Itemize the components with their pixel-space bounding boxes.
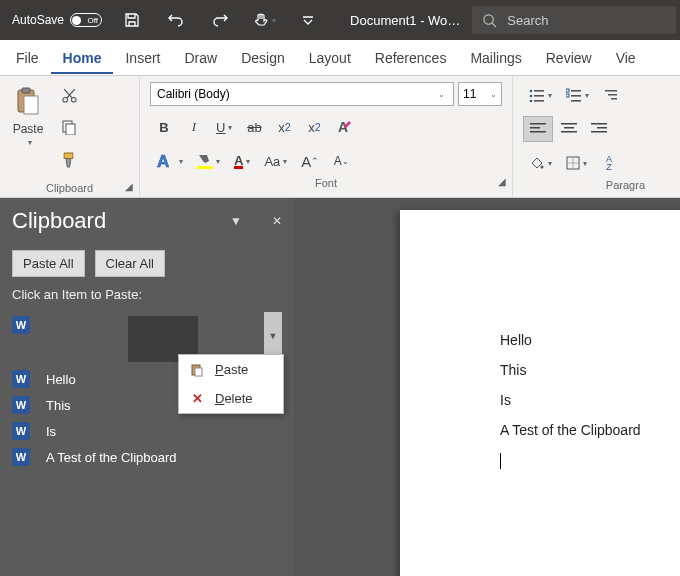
svg-rect-16 — [571, 90, 581, 92]
multilevel-icon — [603, 88, 619, 102]
tab-mailings[interactable]: Mailings — [458, 42, 533, 74]
svg-point-10 — [530, 90, 533, 93]
clipboard-icon — [10, 84, 46, 120]
pane-close-button[interactable]: ✕ — [272, 214, 282, 228]
clipboard-item-text: This — [46, 398, 71, 413]
strikethrough-button[interactable]: ab — [240, 114, 268, 140]
clipboard-pane: Clipboard ▼ ✕ Paste All Clear All Click … — [0, 198, 294, 576]
tab-review[interactable]: Review — [534, 42, 604, 74]
shrink-font-button[interactable]: A⌄ — [327, 148, 355, 174]
pane-hint: Click an Item to Paste: — [12, 287, 282, 302]
doc-line[interactable]: Is — [500, 392, 680, 408]
font-size-value: 11 — [463, 87, 476, 101]
pane-options-button[interactable]: ▼ — [230, 214, 242, 228]
search-icon — [482, 13, 497, 28]
paint-bucket-icon — [529, 156, 545, 170]
tab-file[interactable]: File — [4, 42, 51, 74]
sort-button[interactable]: AZ — [595, 150, 623, 176]
clear-all-button[interactable]: Clear All — [95, 250, 165, 277]
autosave-label: AutoSave — [12, 13, 64, 27]
align-left-button[interactable] — [523, 116, 553, 142]
superscript-button[interactable]: x2 — [300, 114, 328, 140]
doc-line[interactable]: This — [500, 362, 680, 378]
svg-rect-17 — [571, 95, 581, 97]
undo-button[interactable] — [154, 0, 198, 40]
highlight-button[interactable]: ▾ — [191, 148, 226, 174]
svg-point-34 — [541, 166, 544, 169]
font-size-select[interactable]: 11 ⌄ — [458, 82, 502, 106]
doc-line[interactable]: A Test of the Clipboard — [500, 422, 680, 438]
grow-font-button[interactable]: A⌃ — [295, 148, 325, 174]
chevron-down-icon: ▾ — [246, 157, 250, 166]
tab-draw[interactable]: Draw — [172, 42, 229, 74]
quick-access-toolbar: ▾ — [110, 0, 330, 40]
borders-button[interactable]: ▾ — [560, 150, 593, 176]
numbering-button[interactable]: ▾ — [560, 82, 595, 108]
change-case-button[interactable]: Aa▾ — [258, 148, 293, 174]
document-area[interactable]: Hello This Is A Test of the Clipboard — [294, 198, 680, 576]
italic-button[interactable]: I — [180, 114, 208, 140]
styled-a-icon: A — [156, 152, 176, 170]
item-dropdown-button[interactable]: ▼ — [264, 312, 282, 360]
dialog-launcher-icon[interactable]: ◢ — [125, 181, 133, 192]
align-center-button[interactable] — [555, 116, 583, 142]
clipboard-item-text: Is — [46, 424, 56, 439]
ribbon: Paste ▾ Clipboard ◢ — [0, 76, 680, 198]
shading-button[interactable]: ▾ — [523, 150, 558, 176]
cut-button[interactable] — [56, 84, 82, 106]
tab-home[interactable]: Home — [51, 42, 114, 74]
svg-text:A: A — [157, 152, 169, 170]
text-effects-button[interactable]: A — [330, 114, 360, 140]
toggle-switch[interactable]: Off — [70, 13, 102, 27]
svg-rect-7 — [66, 124, 75, 135]
chevron-down-icon: ▾ — [283, 157, 287, 166]
clipboard-item[interactable]: W A Test of the Clipboard — [12, 444, 282, 470]
underline-button[interactable]: U▾ — [210, 114, 238, 140]
multilevel-button[interactable] — [597, 82, 625, 108]
tab-design[interactable]: Design — [229, 42, 297, 74]
save-icon — [124, 12, 140, 28]
doc-line[interactable]: Hello — [500, 332, 680, 348]
svg-rect-29 — [564, 127, 574, 129]
clipboard-item-text: A Test of the Clipboard — [46, 450, 177, 465]
autosave-toggle[interactable]: AutoSave Off — [4, 13, 110, 27]
bullets-button[interactable]: ▾ — [523, 82, 558, 108]
svg-rect-20 — [566, 94, 569, 97]
autosave-state: Off — [88, 16, 99, 25]
paste-button[interactable]: Paste ▾ — [6, 80, 50, 147]
copy-button[interactable] — [56, 116, 82, 138]
redo-button[interactable] — [198, 0, 242, 40]
page[interactable]: Hello This Is A Test of the Clipboard — [400, 210, 680, 576]
doc-cursor-line[interactable] — [500, 452, 680, 469]
format-painter-button[interactable] — [56, 148, 82, 170]
customize-qat-button[interactable] — [286, 0, 330, 40]
svg-rect-33 — [591, 131, 607, 133]
subscript-button[interactable]: x2 — [270, 114, 298, 140]
paste-icon — [189, 363, 205, 377]
font-name-select[interactable]: Calibri (Body) ⌄ — [150, 82, 454, 106]
font-color-icon: A — [234, 154, 243, 169]
tab-references[interactable]: References — [363, 42, 459, 74]
context-paste[interactable]: Paste — [179, 355, 283, 384]
save-button[interactable] — [110, 0, 154, 40]
paste-label: Paste — [13, 122, 44, 136]
dialog-launcher-icon[interactable]: ◢ — [498, 176, 506, 187]
context-delete[interactable]: ✕ Delete — [179, 384, 283, 413]
svg-rect-19 — [566, 89, 569, 92]
svg-point-0 — [484, 14, 493, 23]
touch-mode-button[interactable]: ▾ — [242, 0, 286, 40]
svg-rect-32 — [597, 127, 607, 129]
align-right-button[interactable] — [585, 116, 613, 142]
clipboard-item[interactable]: W Is — [12, 418, 282, 444]
font-color-button[interactable]: A ▾ — [228, 148, 256, 174]
tab-insert[interactable]: Insert — [113, 42, 172, 74]
chevron-down-icon: ▾ — [548, 159, 552, 168]
paste-all-button[interactable]: Paste All — [12, 250, 85, 277]
bold-button[interactable]: B — [150, 114, 178, 140]
svg-rect-21 — [605, 90, 617, 92]
text-style-button[interactable]: A ▾ — [150, 148, 189, 174]
tab-layout[interactable]: Layout — [297, 42, 363, 74]
tab-view[interactable]: Vie — [604, 42, 648, 74]
search-box[interactable]: Search — [472, 6, 676, 34]
svg-rect-22 — [608, 94, 617, 96]
